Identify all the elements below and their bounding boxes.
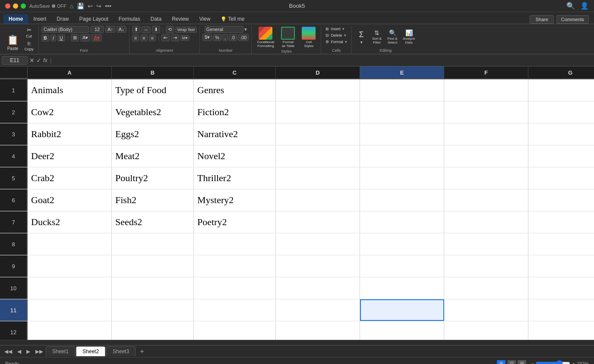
borders-button[interactable]: ⊞ xyxy=(71,34,79,41)
col-header-e[interactable]: E xyxy=(360,66,444,78)
font-decrease-button[interactable]: A↓ xyxy=(117,26,126,33)
cell-A5[interactable]: Crab2 xyxy=(28,167,112,189)
cell-C2[interactable]: Fiction2 xyxy=(194,101,276,123)
cell-A10[interactable] xyxy=(28,277,112,299)
cancel-formula-icon[interactable]: ✕ xyxy=(29,57,35,64)
cell-F9[interactable] xyxy=(444,255,528,277)
cell-F8[interactable] xyxy=(444,233,528,255)
cell-D4[interactable] xyxy=(276,145,360,167)
cell-G5[interactable] xyxy=(528,167,594,189)
cell-D9[interactable] xyxy=(276,255,360,277)
fill-color-button[interactable]: A▾ xyxy=(80,34,90,41)
cell-B2[interactable]: Vegetables2 xyxy=(112,101,194,123)
cell-G6[interactable] xyxy=(528,189,594,211)
cell-A11[interactable] xyxy=(28,299,112,321)
maximize-button[interactable] xyxy=(21,3,26,9)
cell-E12[interactable] xyxy=(360,321,444,340)
home-icon[interactable]: ⌂ xyxy=(70,3,73,9)
cell-C4[interactable]: Novel2 xyxy=(194,145,276,167)
cell-D12[interactable] xyxy=(276,321,360,340)
comma-button[interactable]: , xyxy=(222,34,228,41)
row-number-8[interactable]: 8 xyxy=(0,233,28,255)
sheet-tab-2[interactable]: Sheet2 xyxy=(76,346,105,356)
search-icon[interactable]: 🔍 xyxy=(566,2,575,10)
cell-A1[interactable]: Animals xyxy=(28,79,112,101)
cell-A8[interactable] xyxy=(28,233,112,255)
align-left-button[interactable]: ≡ xyxy=(132,35,139,41)
row-number-5[interactable]: 5 xyxy=(0,167,28,189)
cell-C3[interactable]: Narrative2 xyxy=(194,123,276,145)
font-name-input[interactable] xyxy=(41,26,89,33)
col-header-c[interactable]: C xyxy=(194,66,276,78)
cell-G10[interactable] xyxy=(528,277,594,299)
autosum-button[interactable]: Σ ▾ xyxy=(354,29,368,45)
cell-E11[interactable] xyxy=(360,299,444,321)
cell-B5[interactable]: Poultry2 xyxy=(112,167,194,189)
user-icon[interactable]: 👤 xyxy=(580,2,589,10)
delete-dropdown-icon[interactable]: ▾ xyxy=(344,33,346,38)
italic-button[interactable]: I xyxy=(51,35,56,41)
tab-review[interactable]: Review xyxy=(167,14,194,24)
decimal-increase-button[interactable]: .00 xyxy=(238,34,249,41)
normal-view-button[interactable]: ⊞ xyxy=(497,360,506,364)
col-header-a[interactable]: A xyxy=(28,66,112,78)
sheet-tab-1[interactable]: Sheet1 xyxy=(46,346,75,356)
cell-E4[interactable] xyxy=(360,145,444,167)
cell-C12[interactable] xyxy=(194,321,276,340)
align-middle-button[interactable]: ↔ xyxy=(142,26,151,33)
format-as-table-button[interactable]: Formatas Table xyxy=(278,26,297,49)
cell-C9[interactable] xyxy=(194,255,276,277)
share-button[interactable]: Share xyxy=(530,15,553,24)
cut-button[interactable]: ✂ Cut xyxy=(22,26,36,39)
cell-F1[interactable] xyxy=(444,79,528,101)
currency-button[interactable]: $▾ xyxy=(202,34,212,41)
cell-A7[interactable]: Ducks2 xyxy=(28,211,112,233)
cell-E9[interactable] xyxy=(360,255,444,277)
cell-B3[interactable]: Eggs2 xyxy=(112,123,194,145)
cell-E2[interactable] xyxy=(360,101,444,123)
sheet-nav-next[interactable]: ▶ xyxy=(24,348,33,355)
row-number-1[interactable]: 1 xyxy=(0,79,28,101)
cell-A3[interactable]: Rabbit2 xyxy=(28,123,112,145)
cell-D6[interactable] xyxy=(276,189,360,211)
cell-G4[interactable] xyxy=(528,145,594,167)
cell-C7[interactable]: Poetry2 xyxy=(194,211,276,233)
undo-icon[interactable]: ↩ xyxy=(88,3,93,9)
cell-B4[interactable]: Meat2 xyxy=(112,145,194,167)
cell-E3[interactable] xyxy=(360,123,444,145)
paste-button[interactable]: 📋 Paste xyxy=(4,34,21,53)
cell-A9[interactable] xyxy=(28,255,112,277)
col-header-g[interactable]: G xyxy=(528,66,594,78)
insert-dropdown-icon[interactable]: ▾ xyxy=(342,27,344,31)
minimize-button[interactable] xyxy=(13,3,18,9)
formula-input[interactable] xyxy=(54,57,592,63)
cell-G2[interactable] xyxy=(528,101,594,123)
indent-increase-button[interactable]: ⇥ xyxy=(171,34,179,41)
cell-E7[interactable] xyxy=(360,211,444,233)
cell-G7[interactable] xyxy=(528,211,594,233)
insert-cells-button[interactable]: ⊞ Insert ▾ xyxy=(324,26,346,32)
cell-F10[interactable] xyxy=(444,277,528,299)
tab-page-layout[interactable]: Page Layout xyxy=(74,14,113,24)
col-header-d[interactable]: D xyxy=(276,66,360,78)
cell-D2[interactable] xyxy=(276,101,360,123)
bold-button[interactable]: B xyxy=(41,35,49,41)
number-format-input[interactable] xyxy=(205,26,243,33)
zoom-in-icon[interactable]: + xyxy=(572,361,575,364)
col-header-f[interactable]: F xyxy=(444,66,528,78)
cell-D8[interactable] xyxy=(276,233,360,255)
row-number-4[interactable]: 4 xyxy=(0,145,28,167)
page-layout-view-button[interactable]: ⊡ xyxy=(507,360,516,364)
cell-styles-button[interactable]: CellStyles xyxy=(299,26,318,49)
cell-E5[interactable] xyxy=(360,167,444,189)
cell-E6[interactable] xyxy=(360,189,444,211)
cell-B12[interactable] xyxy=(112,321,194,340)
cell-C8[interactable] xyxy=(194,233,276,255)
find-select-button[interactable]: 🔍 Find &Select xyxy=(385,28,399,46)
cell-F7[interactable] xyxy=(444,211,528,233)
copy-button[interactable]: ⎘ Copy xyxy=(22,40,36,52)
cell-D10[interactable] xyxy=(276,277,360,299)
cell-C11[interactable] xyxy=(194,299,276,321)
cell-B6[interactable]: Fish2 xyxy=(112,189,194,211)
cell-D7[interactable] xyxy=(276,211,360,233)
